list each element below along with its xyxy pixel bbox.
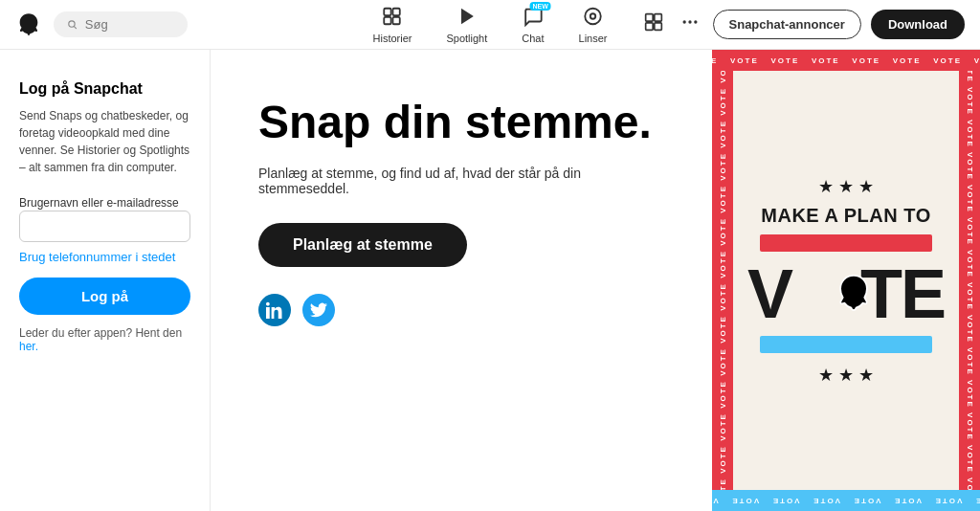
snapchat-ghost-vote-icon	[829, 269, 879, 319]
svg-rect-4	[385, 16, 391, 23]
svg-rect-9	[645, 14, 653, 22]
vote-inner-content: ★ ★ ★ MAKE A PLAN TO V TE ★ ★ ★	[733, 71, 959, 490]
phone-link[interactable]: Brug telefonnummer i stedet	[19, 250, 190, 264]
vote-border-left: VOTE VOTE VOTE VOTE VOTE VOTE VOTE VOTE …	[712, 71, 733, 490]
svg-point-13	[682, 20, 685, 23]
download-button[interactable]: Download	[871, 10, 965, 39]
make-a-plan-text: MAKE A PLAN TO	[761, 205, 930, 227]
vote-image-panel: VOTE VOTE VOTE VOTE VOTE VOTE VOTE VOTE …	[712, 50, 980, 511]
svg-point-15	[694, 20, 697, 23]
search-icon	[67, 18, 78, 31]
svg-rect-3	[393, 8, 400, 14]
red-stripe	[760, 234, 932, 252]
search-input[interactable]	[85, 17, 174, 32]
blue-stripe	[760, 336, 932, 353]
nav-item-historier[interactable]: Historier	[373, 6, 412, 44]
nav-item-linser[interactable]: Linser	[579, 6, 608, 44]
nav-right: Snapchat-annoncer Download	[640, 9, 965, 40]
linser-icon	[583, 6, 604, 30]
username-label: Brugernavn eller e-mailadresse	[19, 196, 179, 210]
stars-bottom: ★ ★ ★	[818, 365, 874, 386]
vote-border-bottom: VOTE VOTE VOTE VOTE VOTE VOTE VOTE VOTE …	[712, 490, 980, 511]
svg-line-1	[74, 27, 76, 29]
svg-rect-2	[385, 8, 391, 14]
svg-point-7	[585, 8, 601, 24]
nav-center: Historier Spotlight NEW Chat	[373, 6, 608, 44]
svg-rect-11	[645, 23, 653, 31]
grid-icon-button[interactable]	[640, 9, 667, 40]
vote-border-right: VOTE VOTE VOTE VOTE VOTE VOTE VOTE VOTE …	[959, 71, 980, 490]
nav-item-spotlight[interactable]: Spotlight	[446, 6, 487, 44]
nav-label-historier: Historier	[373, 33, 412, 44]
linkedin-icon[interactable]	[258, 294, 291, 326]
snapchat-ads-button[interactable]: Snapchat-annoncer	[713, 10, 861, 39]
plan-to-vote-button[interactable]: Planlæg at stemme	[258, 223, 467, 267]
spotlight-icon	[457, 6, 478, 30]
nav-label-chat: Chat	[522, 33, 544, 44]
main-content: Log på Snapchat Send Snaps og chatbesked…	[0, 50, 980, 511]
hero-subtitle: Planlæg at stemme, og find ud af, hvad d…	[258, 166, 664, 196]
navbar: Historier Spotlight NEW Chat	[0, 0, 980, 50]
svg-marker-6	[461, 8, 474, 24]
svg-rect-5	[393, 16, 400, 23]
svg-point-8	[590, 13, 596, 19]
vote-image: VOTE VOTE VOTE VOTE VOTE VOTE VOTE VOTE …	[712, 50, 980, 511]
hero-content: Snap din stemme. Planlæg at stemme, og f…	[211, 50, 712, 511]
svg-point-14	[688, 20, 691, 23]
sidebar: Log på Snapchat Send Snaps og chatbesked…	[0, 50, 211, 511]
social-icons	[258, 294, 664, 326]
login-button[interactable]: Log på	[19, 278, 190, 315]
historier-icon	[382, 6, 403, 30]
twitter-icon[interactable]	[302, 294, 335, 326]
nav-label-linser: Linser	[579, 33, 608, 44]
username-input[interactable]	[19, 211, 190, 242]
menu-icon-button[interactable]	[677, 9, 703, 40]
stars-top: ★ ★ ★	[818, 176, 874, 197]
snapchat-logo-icon[interactable]	[15, 11, 42, 38]
nav-left	[15, 11, 188, 38]
vote-border-top: VOTE VOTE VOTE VOTE VOTE VOTE VOTE VOTE …	[712, 50, 980, 71]
nav-label-spotlight: Spotlight	[446, 33, 487, 44]
app-text: Leder du efter appen? Hent den her.	[19, 326, 190, 353]
vote-word: V TE	[733, 259, 959, 328]
svg-rect-12	[654, 23, 661, 31]
hero-title: Snap din stemme.	[258, 98, 664, 148]
sidebar-description: Send Snaps og chatbeskeder, og foretag v…	[19, 107, 190, 176]
app-link[interactable]: her.	[19, 340, 38, 353]
chat-new-badge: NEW	[530, 2, 551, 11]
nav-item-chat[interactable]: NEW Chat	[522, 6, 544, 44]
search-bar[interactable]	[54, 11, 188, 37]
svg-rect-10	[654, 14, 661, 22]
chat-icon: NEW	[523, 6, 544, 30]
sidebar-title: Log på Snapchat	[19, 80, 190, 98]
